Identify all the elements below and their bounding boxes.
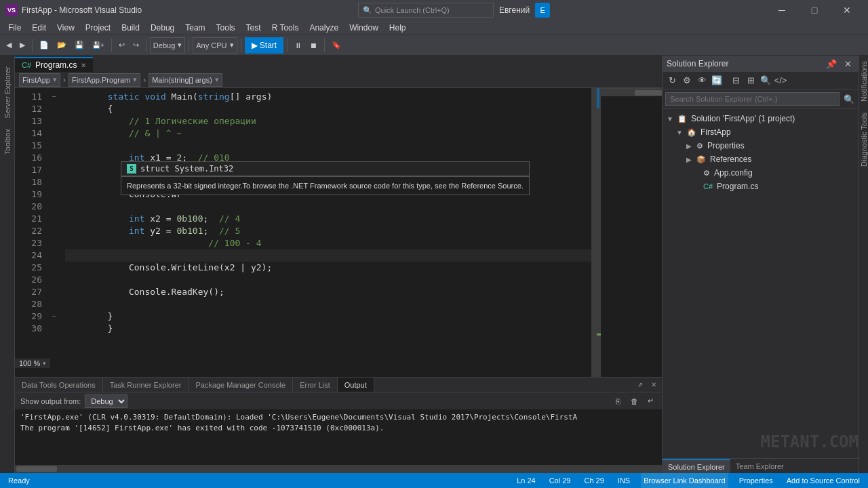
se-toolbar: ↻ ⚙ 👁 🔄 ⊟ ⊞ 🔍 </> <box>663 72 859 89</box>
menu-view[interactable]: View <box>52 20 80 35</box>
maximize-button[interactable]: □ <box>799 0 830 20</box>
quick-launch-placeholder[interactable]: Quick Launch (Ctrl+Q) <box>375 6 450 14</box>
save-all-button[interactable]: 💾+ <box>89 37 108 54</box>
se-filter-btn[interactable]: 🔍 <box>759 74 772 87</box>
expand-properties-icon: ▶ <box>684 141 694 150</box>
menu-debug[interactable]: Debug <box>145 20 180 35</box>
se-collapse-btn[interactable]: ⊟ <box>729 74 743 87</box>
open-button[interactable]: 📂 <box>54 37 70 54</box>
minimize-button[interactable]: ─ <box>766 0 797 20</box>
debug-config-dropdown[interactable]: Debug ▾ <box>150 37 185 54</box>
tree-item-firstapp[interactable]: ▼ 🏠 FirstApp <box>663 125 859 139</box>
platform-dropdown[interactable]: Any CPU ▾ <box>193 37 237 54</box>
references-label: References <box>710 155 751 164</box>
pause-button[interactable]: ⏸ <box>291 37 305 54</box>
status-ins[interactable]: INS <box>615 473 633 488</box>
output-source-select[interactable]: Debug Build <box>85 394 127 408</box>
chevron-bc1: ▾ <box>53 75 57 84</box>
status-bar: Ready Ln 24 Col 29 Ch 29 INS Browser Lin… <box>0 473 868 488</box>
mini-scrollbar[interactable] <box>591 88 601 377</box>
se-sync-btn[interactable]: ↻ <box>665 74 679 87</box>
tree-item-solution[interactable]: ▼ 📋 Solution 'FirstApp' (1 project) <box>663 112 859 125</box>
status-ch[interactable]: Ch 29 <box>581 473 606 488</box>
program-cs-tab[interactable]: C# Program.cs ✕ <box>15 57 93 72</box>
properties-label: Properties <box>707 141 745 150</box>
add-source-control[interactable]: Add to Source Control <box>784 473 863 488</box>
se-show-all-btn[interactable]: 👁 <box>695 74 709 87</box>
tree-item-references[interactable]: ▶ 📦 References <box>663 152 859 166</box>
bookmark-button[interactable]: 🔖 <box>328 37 344 54</box>
package-manager-tab[interactable]: Package Manager Console <box>189 378 293 392</box>
tree-item-appconfig[interactable]: ⚙ App.config <box>663 166 859 180</box>
menu-build[interactable]: Build <box>116 20 145 35</box>
error-list-tab[interactable]: Error List <box>293 378 338 392</box>
menu-tools[interactable]: Tools <box>211 20 241 35</box>
start-button[interactable]: ▶ Start <box>245 37 284 54</box>
left-sidebar: Server Explorer Toolbox <box>0 56 15 473</box>
zoom-level[interactable]: 100 % <box>19 359 40 367</box>
menu-analyze[interactable]: Analyze <box>304 20 344 35</box>
h-scrollbar[interactable] <box>601 88 662 96</box>
chevron-icon2: ▾ <box>230 41 234 49</box>
toolbox-tab[interactable]: Toolbox <box>1 123 14 160</box>
se-team-tab[interactable]: Team Explorer <box>730 459 789 474</box>
forward-button[interactable]: ▶ <box>16 37 28 54</box>
float-output-btn[interactable]: ⇗ <box>635 380 646 390</box>
browser-link-dashboard[interactable]: Browser Link Dashboard <box>641 473 728 488</box>
se-properties-btn[interactable]: ⚙ <box>680 74 694 87</box>
menu-edit[interactable]: Edit <box>26 20 52 35</box>
tab-close-icon[interactable]: ✕ <box>81 62 86 69</box>
se-refresh-btn[interactable]: 🔄 <box>710 74 724 87</box>
server-explorer-tab[interactable]: Server Explorer <box>1 61 14 123</box>
save-button[interactable]: 💾 <box>71 37 87 54</box>
tree-item-properties[interactable]: ▶ ⚙ Properties <box>663 139 859 152</box>
code-content[interactable]: static void Main(string[] args) { // 1 Л… <box>60 88 591 377</box>
undo-button[interactable]: ↩ <box>115 37 128 54</box>
output-tab[interactable]: Output <box>338 378 374 392</box>
struct-icon: S <box>127 164 136 174</box>
menu-test[interactable]: Test <box>241 20 267 35</box>
status-ln[interactable]: Ln 24 <box>514 473 538 488</box>
output-panel: Show output from: Debug Build ⎘ 🗑 ↵ 'Fir… <box>15 392 662 473</box>
new-file-button[interactable]: 📄 <box>36 37 52 54</box>
task-runner-tab[interactable]: Task Runner Explorer <box>103 378 189 392</box>
line-numbers: 11 12 13 14 15 16 17 18 19 20 21 22 <box>15 88 49 377</box>
menu-team[interactable]: Team <box>180 20 210 35</box>
se-code-btn[interactable]: </> <box>774 74 787 87</box>
close-button[interactable]: ✕ <box>831 0 863 20</box>
se-header: Solution Explorer 📌 ✕ <box>663 56 859 72</box>
status-col[interactable]: Col 29 <box>547 473 574 488</box>
menu-help[interactable]: Help <box>384 20 412 35</box>
back-button[interactable]: ◀ <box>3 37 15 54</box>
output-source-label: Show output from: <box>20 397 81 405</box>
se-search-btn[interactable]: 🔍 <box>842 92 856 106</box>
se-pin-btn[interactable]: 📌 <box>825 57 838 70</box>
zoom-dropdown-icon[interactable]: ▾ <box>43 360 46 367</box>
menu-project[interactable]: Project <box>80 20 116 35</box>
output-hscrollbar[interactable] <box>15 465 662 473</box>
menu-window[interactable]: Window <box>344 20 384 35</box>
se-expand-btn[interactable]: ⊞ <box>744 74 757 87</box>
word-wrap-btn[interactable]: ↵ <box>644 395 656 407</box>
notifications-tab[interactable]: Notifications <box>859 56 869 107</box>
breadcrumb-sep1: › <box>63 75 66 85</box>
se-search-input[interactable] <box>665 92 840 106</box>
intellisense-popup: S struct System.Int32 Represents a 32-bi… <box>121 161 530 195</box>
se-solution-tab[interactable]: Solution Explorer <box>663 459 730 474</box>
se-close-btn[interactable]: ✕ <box>841 57 854 70</box>
close-output-btn[interactable]: ✕ <box>648 380 659 390</box>
tree-item-programcs[interactable]: C# Program.cs <box>663 180 859 193</box>
stop-button[interactable]: ⏹ <box>307 37 321 54</box>
breadcrumb-2[interactable]: FirstApp.Program ▾ <box>68 73 140 87</box>
data-tools-tab[interactable]: Data Tools Operations <box>15 378 103 392</box>
diagnostic-tab[interactable]: Diagnostic Tools <box>859 107 869 172</box>
menu-rtools[interactable]: R Tools <box>267 20 304 35</box>
breadcrumb-1[interactable]: FirstApp ▾ <box>19 73 60 87</box>
copy-btn[interactable]: ⎘ <box>612 395 624 407</box>
properties-status-item[interactable]: Properties <box>736 473 776 488</box>
menu-file[interactable]: File <box>3 20 26 35</box>
redo-button[interactable]: ↪ <box>130 37 142 54</box>
notification-sidebar: Notifications Diagnostic Tools <box>859 56 868 473</box>
breadcrumb-3[interactable]: Main(string[] args) ▾ <box>149 73 222 87</box>
clear-btn[interactable]: 🗑 <box>628 395 640 407</box>
